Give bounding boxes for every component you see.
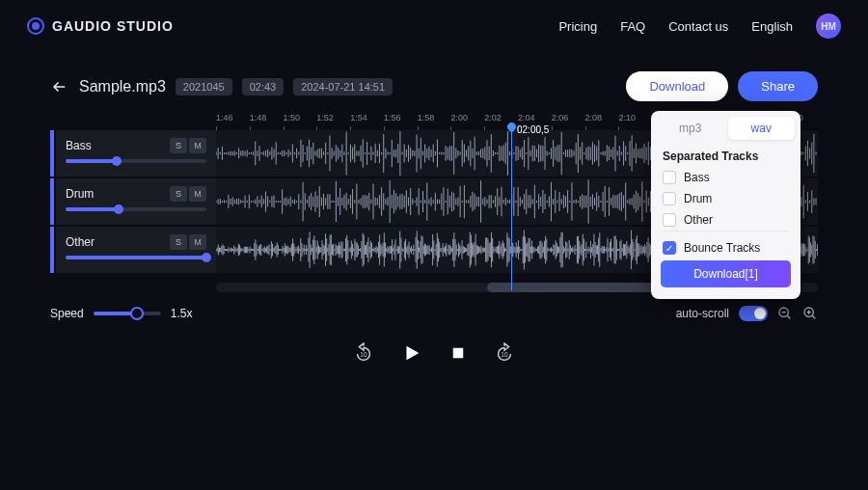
track-header: Bass S M xyxy=(56,130,216,177)
back-arrow-icon[interactable] xyxy=(50,77,69,96)
separated-track-item[interactable]: Bass xyxy=(663,171,789,184)
logo-icon xyxy=(27,17,44,35)
mute-button[interactable]: M xyxy=(189,186,206,202)
volume-slider[interactable] xyxy=(66,207,206,211)
track-checkbox[interactable] xyxy=(663,171,676,184)
separated-track-item[interactable]: Other xyxy=(663,213,789,227)
mute-button[interactable]: M xyxy=(189,138,206,153)
autoscroll-toggle[interactable] xyxy=(739,306,768,321)
track-checkbox[interactable] xyxy=(663,213,676,227)
forward-10-icon[interactable]: 10 xyxy=(494,342,515,364)
zoom-in-icon[interactable] xyxy=(802,306,818,321)
separated-track-item[interactable]: Drum xyxy=(663,192,789,205)
file-id-chip: 2021045 xyxy=(176,78,232,95)
ruler-tick: 2:00 xyxy=(450,113,482,122)
track-option-label: Drum xyxy=(684,192,712,205)
volume-slider[interactable] xyxy=(66,159,206,163)
rewind-10-icon[interactable]: 10 xyxy=(353,342,374,364)
speed-label: Speed xyxy=(50,307,84,320)
solo-button[interactable]: S xyxy=(170,234,187,250)
track-header: Other S M xyxy=(56,227,216,273)
track-option-label: Bass xyxy=(684,171,710,184)
nav-pricing[interactable]: Pricing xyxy=(558,19,597,34)
ruler-tick: 1:48 xyxy=(250,113,282,122)
file-date-chip: 2024-07-21 14:51 xyxy=(293,78,393,95)
popover-heading: Separated Tracks xyxy=(663,150,789,163)
popover-download-button[interactable]: Download[1] xyxy=(661,260,791,287)
ruler-tick: 1:46 xyxy=(216,113,248,122)
svg-rect-8 xyxy=(453,348,464,359)
ruler-tick: 2:08 xyxy=(585,113,617,122)
track-header: Drum S M xyxy=(56,178,216,225)
top-nav: Pricing FAQ Contact us English HM xyxy=(558,14,841,39)
svg-line-1 xyxy=(787,315,790,318)
solo-button[interactable]: S xyxy=(170,138,187,153)
nav-language[interactable]: English xyxy=(751,19,793,34)
speed-slider[interactable] xyxy=(94,312,161,315)
bounce-checkbox[interactable] xyxy=(663,241,676,255)
file-name: Sample.mp3 xyxy=(79,78,166,95)
zoom-out-icon[interactable] xyxy=(777,306,793,321)
svg-text:10: 10 xyxy=(501,351,508,358)
svg-text:10: 10 xyxy=(360,351,367,358)
track-accent xyxy=(50,227,54,273)
nav-faq[interactable]: FAQ xyxy=(620,19,645,34)
autoscroll-label: auto-scroll xyxy=(676,307,729,320)
volume-slider[interactable] xyxy=(66,256,206,259)
ruler-tick: 2:04 xyxy=(518,113,550,122)
speed-value: 1.5x xyxy=(171,307,193,320)
ruler-tick: 1:50 xyxy=(284,113,315,122)
mute-button[interactable]: M xyxy=(189,234,206,250)
brand-name: GAUDIO STUDIO xyxy=(52,18,174,34)
ruler-tick: 2:02 xyxy=(484,113,516,122)
svg-line-4 xyxy=(812,315,815,318)
format-tab-wav[interactable]: wav xyxy=(728,117,796,140)
stop-icon[interactable] xyxy=(449,344,467,362)
logo[interactable]: GAUDIO STUDIO xyxy=(27,17,174,35)
ruler-tick: 1:56 xyxy=(384,113,416,122)
solo-button[interactable]: S xyxy=(170,186,187,202)
download-popover: mp3 wav Separated Tracks BassDrumOther B… xyxy=(651,111,800,299)
ruler-tick: 1:54 xyxy=(350,113,382,122)
track-accent xyxy=(50,178,54,225)
download-button[interactable]: Download xyxy=(626,71,728,101)
avatar[interactable]: HM xyxy=(816,14,841,39)
track-name: Drum xyxy=(66,187,94,201)
track-checkbox[interactable] xyxy=(663,192,676,205)
bounce-label: Bounce Tracks xyxy=(684,241,760,255)
file-duration-chip: 02:43 xyxy=(242,78,285,95)
track-option-label: Other xyxy=(684,213,713,227)
share-button[interactable]: Share xyxy=(738,71,818,101)
ruler-tick: 2:06 xyxy=(552,113,583,122)
track-accent xyxy=(50,130,54,177)
ruler-tick: 1:58 xyxy=(418,113,449,122)
track-name: Other xyxy=(66,235,95,249)
ruler-tick: 1:52 xyxy=(316,113,348,122)
track-name: Bass xyxy=(66,139,92,152)
play-icon[interactable] xyxy=(401,342,422,364)
nav-contact[interactable]: Contact us xyxy=(668,19,728,34)
ruler-tick: 2:10 xyxy=(618,113,650,122)
format-tab-mp3[interactable]: mp3 xyxy=(657,117,724,140)
